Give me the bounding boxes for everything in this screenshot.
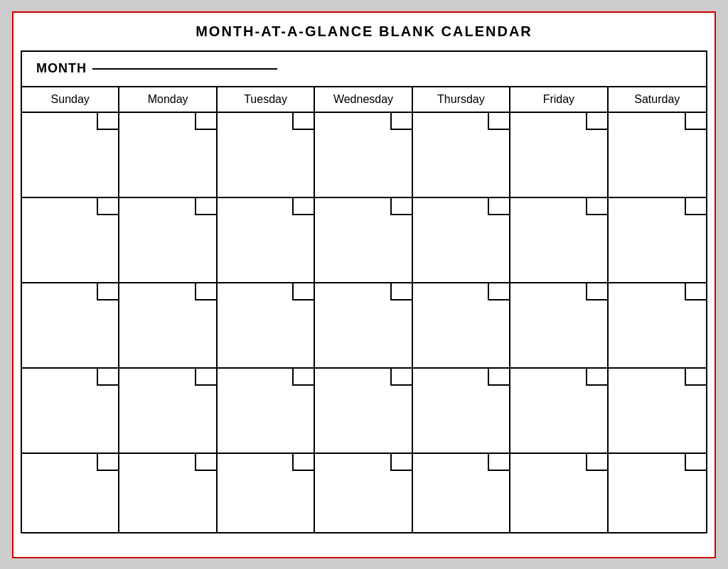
cell-5-7[interactable] bbox=[609, 454, 706, 532]
cell-2-7[interactable] bbox=[609, 198, 706, 282]
date-box bbox=[390, 369, 412, 386]
cell-4-2[interactable] bbox=[119, 369, 217, 453]
date-box bbox=[195, 198, 216, 215]
day-monday: Monday bbox=[119, 87, 217, 112]
cell-1-4[interactable] bbox=[315, 113, 412, 197]
cell-3-7[interactable] bbox=[609, 283, 706, 367]
date-box bbox=[97, 283, 118, 300]
cell-2-1[interactable] bbox=[22, 198, 119, 282]
cell-5-6[interactable] bbox=[510, 454, 608, 532]
date-box bbox=[586, 369, 607, 386]
cell-3-2[interactable] bbox=[119, 283, 217, 367]
page: MONTH-AT-A-GLANCE BLANK CALENDAR MONTH S… bbox=[12, 11, 716, 558]
date-box bbox=[292, 283, 314, 300]
calendar-grid bbox=[22, 113, 706, 532]
day-sunday: Sunday bbox=[22, 87, 119, 112]
date-box bbox=[685, 283, 706, 300]
cell-1-2[interactable] bbox=[119, 113, 217, 197]
calendar-row-3 bbox=[22, 283, 706, 369]
cell-4-3[interactable] bbox=[218, 369, 315, 453]
month-header: MONTH bbox=[22, 52, 706, 87]
date-box bbox=[195, 454, 216, 471]
date-box bbox=[390, 198, 412, 215]
date-box bbox=[195, 369, 216, 386]
month-label: MONTH bbox=[36, 61, 87, 76]
calendar-row-2 bbox=[22, 198, 706, 283]
cell-3-6[interactable] bbox=[510, 283, 608, 367]
cell-3-5[interactable] bbox=[413, 283, 510, 367]
cell-4-4[interactable] bbox=[315, 369, 412, 453]
date-box bbox=[586, 454, 607, 471]
days-header: Sunday Monday Tuesday Wednesday Thursday… bbox=[22, 87, 706, 113]
date-box bbox=[390, 113, 412, 130]
cell-1-1[interactable] bbox=[22, 113, 119, 197]
date-box bbox=[292, 369, 314, 386]
calendar-row-1 bbox=[22, 113, 706, 198]
cell-1-6[interactable] bbox=[510, 113, 608, 197]
date-box bbox=[97, 113, 118, 130]
date-box bbox=[488, 454, 509, 471]
day-wednesday: Wednesday bbox=[315, 87, 412, 112]
date-box bbox=[292, 113, 314, 130]
date-box bbox=[390, 283, 412, 300]
cell-5-2[interactable] bbox=[119, 454, 217, 532]
cell-3-3[interactable] bbox=[218, 283, 315, 367]
date-box bbox=[685, 198, 706, 215]
date-box bbox=[488, 198, 509, 215]
month-line bbox=[92, 68, 277, 70]
calendar-container: MONTH Sunday Monday Tuesday Wednesday Th… bbox=[21, 50, 707, 533]
date-box bbox=[586, 113, 607, 130]
cell-4-5[interactable] bbox=[413, 369, 510, 453]
date-box bbox=[488, 369, 509, 386]
date-box bbox=[685, 454, 706, 471]
cell-1-7[interactable] bbox=[609, 113, 706, 197]
date-box bbox=[586, 283, 607, 300]
cell-4-6[interactable] bbox=[510, 369, 608, 453]
cell-2-5[interactable] bbox=[413, 198, 510, 282]
day-tuesday: Tuesday bbox=[218, 87, 315, 112]
date-box bbox=[97, 198, 118, 215]
date-box bbox=[685, 113, 706, 130]
cell-5-5[interactable] bbox=[413, 454, 510, 532]
date-box bbox=[292, 454, 314, 471]
calendar-row-4 bbox=[22, 369, 706, 454]
cell-2-6[interactable] bbox=[510, 198, 608, 282]
date-box bbox=[195, 113, 216, 130]
calendar-row-5 bbox=[22, 454, 706, 532]
day-thursday: Thursday bbox=[413, 87, 510, 112]
cell-4-7[interactable] bbox=[609, 369, 706, 453]
date-box bbox=[586, 198, 607, 215]
cell-3-4[interactable] bbox=[315, 283, 412, 367]
cell-2-3[interactable] bbox=[218, 198, 315, 282]
date-box bbox=[97, 369, 118, 386]
cell-5-3[interactable] bbox=[218, 454, 315, 532]
date-box bbox=[390, 454, 412, 471]
date-box bbox=[488, 283, 509, 300]
cell-2-4[interactable] bbox=[315, 198, 412, 282]
cell-5-4[interactable] bbox=[315, 454, 412, 532]
cell-2-2[interactable] bbox=[119, 198, 217, 282]
page-title: MONTH-AT-A-GLANCE BLANK CALENDAR bbox=[21, 20, 707, 43]
date-box bbox=[488, 113, 509, 130]
date-box bbox=[195, 283, 216, 300]
day-friday: Friday bbox=[510, 87, 608, 112]
cell-1-5[interactable] bbox=[413, 113, 510, 197]
date-box bbox=[292, 198, 314, 215]
cell-4-1[interactable] bbox=[22, 369, 119, 453]
date-box bbox=[97, 454, 118, 471]
cell-5-1[interactable] bbox=[22, 454, 119, 532]
cell-1-3[interactable] bbox=[218, 113, 315, 197]
day-saturday: Saturday bbox=[609, 87, 706, 112]
date-box bbox=[685, 369, 706, 386]
cell-3-1[interactable] bbox=[22, 283, 119, 367]
